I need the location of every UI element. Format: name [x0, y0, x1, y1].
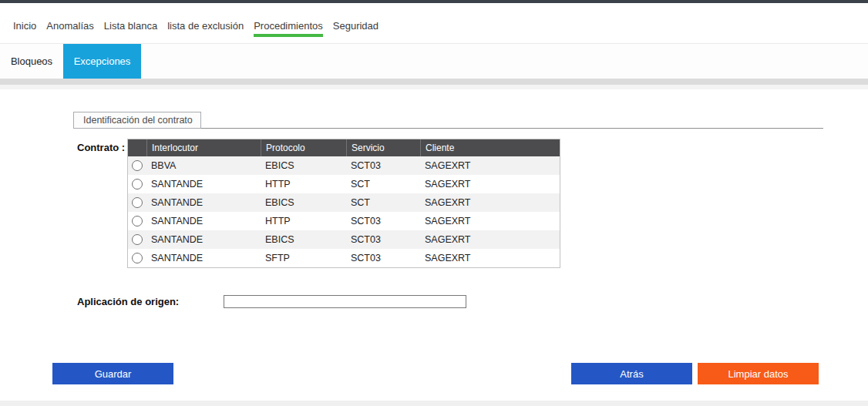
contract-radio[interactable]: [132, 234, 143, 245]
contract-radio[interactable]: [132, 216, 143, 226]
radio-cell: [128, 197, 146, 208]
bottom-strip: [0, 401, 868, 406]
subtab-bar: BloqueosExcepciones: [0, 43, 868, 79]
nav-item-anomalías[interactable]: Anomalías: [46, 20, 93, 37]
contract-radio[interactable]: [132, 197, 143, 208]
clear-data-button[interactable]: Limpiar datos: [698, 363, 819, 384]
cell-interlocutor: SANTANDE: [146, 216, 261, 226]
page: InicioAnomalíasLista blancalista de excl…: [0, 0, 868, 406]
cell-servicio: SCT03: [346, 216, 420, 226]
nav-item-seguridad[interactable]: Seguridad: [333, 20, 378, 37]
cell-cliente: SAGEXRT: [420, 160, 560, 171]
radio-cell: [128, 160, 146, 171]
main-nav: InicioAnomalíasLista blancalista de excl…: [13, 20, 378, 37]
cell-protocolo: EBICS: [261, 197, 346, 208]
cell-servicio: SCT: [346, 179, 420, 190]
contract-row: BBVAEBICSSCT03SAGEXRT: [128, 156, 560, 175]
cell-cliente: SAGEXRT: [420, 197, 560, 208]
cell-cliente: SAGEXRT: [420, 179, 560, 190]
nav-item-lista-de-exclusión[interactable]: lista de exclusión: [167, 20, 244, 37]
origin-app-input[interactable]: [224, 295, 466, 308]
nav-item-inicio[interactable]: Inicio: [13, 20, 36, 37]
radio-cell: [128, 179, 146, 190]
contract-radio[interactable]: [132, 253, 143, 263]
cell-protocolo: EBICS: [261, 234, 346, 245]
radio-cell: [128, 216, 146, 226]
cell-cliente: SAGEXRT: [420, 253, 560, 263]
radio-cell: [128, 253, 146, 263]
nav-item-procedimientos[interactable]: Procedimientos: [254, 20, 323, 37]
selector-column-header: [128, 139, 146, 156]
contract-row: SANTANDESFTPSCT03SAGEXRT: [128, 249, 560, 267]
cell-servicio: SCT03: [346, 234, 420, 245]
nav-item-lista-blanca[interactable]: Lista blanca: [104, 20, 157, 37]
cell-cliente: SAGEXRT: [420, 234, 560, 245]
cell-protocolo: SFTP: [261, 253, 346, 263]
cell-cliente: SAGEXRT: [420, 216, 560, 226]
contract-label: Contrato :: [77, 142, 125, 153]
cell-protocolo: HTTP: [261, 179, 346, 190]
section-legend: Identificación del contrato: [73, 112, 201, 129]
cell-servicio: SCT: [346, 197, 420, 208]
section-legend-label: Identificación del contrato: [83, 115, 193, 126]
origin-app-label: Aplicación de origen:: [77, 296, 179, 307]
column-header-interlocutor: Interlocutor: [146, 139, 261, 156]
contract-radio[interactable]: [132, 179, 143, 190]
contract-row: SANTANDEHTTPSCT03SAGEXRT: [128, 212, 560, 230]
contract-row: SANTANDEEBICSSCT03SAGEXRT: [128, 230, 560, 249]
column-header-protocolo: Protocolo: [261, 139, 346, 156]
cell-protocolo: HTTP: [261, 216, 346, 226]
save-button[interactable]: Guardar: [52, 363, 173, 384]
contract-radio[interactable]: [132, 160, 143, 171]
cell-interlocutor: SANTANDE: [146, 197, 261, 208]
divider-strip: [0, 79, 868, 85]
column-header-servicio: Servicio: [346, 139, 420, 156]
divider-strip-light: [0, 85, 868, 89]
contract-table-body: BBVAEBICSSCT03SAGEXRTSANTANDEHTTPSCTSAGE…: [128, 156, 560, 267]
cell-servicio: SCT03: [346, 253, 420, 263]
top-accent-bar: [0, 0, 868, 3]
tab-bloqueos[interactable]: Bloqueos: [0, 44, 63, 79]
contract-table: InterlocutorProtocoloServicioCliente BBV…: [127, 139, 560, 268]
contract-table-header: InterlocutorProtocoloServicioCliente: [128, 139, 560, 156]
cell-interlocutor: BBVA: [146, 160, 261, 171]
cell-interlocutor: SANTANDE: [146, 234, 261, 245]
tab-excepciones[interactable]: Excepciones: [63, 44, 141, 79]
cell-interlocutor: SANTANDE: [146, 253, 261, 263]
cell-servicio: SCT03: [346, 160, 420, 171]
radio-cell: [128, 234, 146, 245]
contract-row: SANTANDEEBICSSCTSAGEXRT: [128, 193, 560, 212]
contract-row: SANTANDEHTTPSCTSAGEXRT: [128, 175, 560, 193]
column-header-cliente: Cliente: [420, 139, 560, 156]
back-button[interactable]: Atrás: [571, 363, 692, 384]
cell-protocolo: EBICS: [261, 160, 346, 171]
cell-interlocutor: SANTANDE: [146, 179, 261, 190]
